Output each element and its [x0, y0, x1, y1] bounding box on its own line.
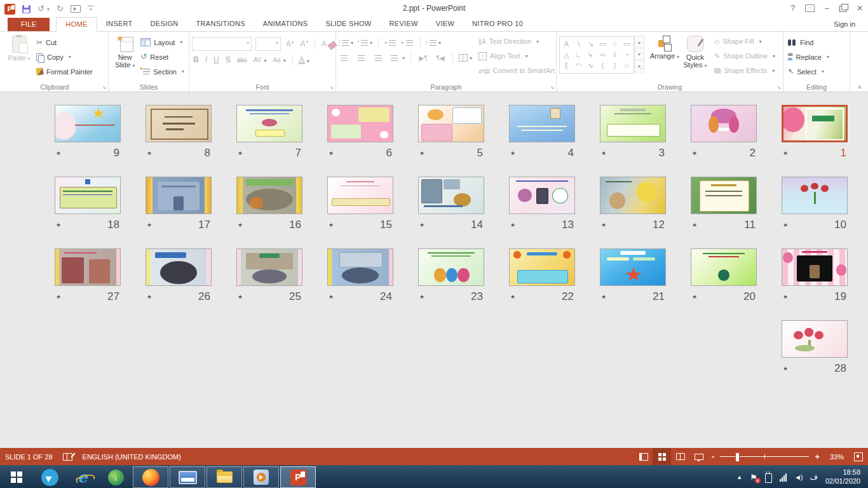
- shape-icon[interactable]: ☆: [624, 62, 630, 69]
- slide-thumbnail[interactable]: [600, 248, 666, 286]
- reset-button[interactable]: ↺Reset: [139, 50, 186, 64]
- shape-icon[interactable]: }: [614, 62, 616, 69]
- slide-thumbnail[interactable]: [327, 248, 393, 286]
- zoom-slider[interactable]: [720, 456, 809, 457]
- justify-button[interactable]: [390, 51, 405, 64]
- slide-thumbnail[interactable]: [418, 248, 484, 286]
- clipboard-dialog-launcher-icon[interactable]: [102, 85, 106, 90]
- clock[interactable]: 18:58 02/01/2020: [825, 468, 860, 486]
- powerpoint-logo-icon[interactable]: P: [4, 4, 15, 15]
- font-color-button[interactable]: A: [298, 55, 311, 64]
- slide-thumbnail[interactable]: [327, 177, 393, 214]
- zoom-slider-thumb[interactable]: [735, 452, 740, 462]
- shape-icon[interactable]: ◠: [576, 62, 582, 69]
- replace-button[interactable]: abacReplace: [786, 50, 831, 64]
- ribbon-display-options-icon[interactable]: ↑: [805, 4, 815, 12]
- slide-thumbnail[interactable]: [600, 105, 666, 142]
- slide-thumbnail[interactable]: [55, 105, 121, 142]
- numbering-button[interactable]: [358, 36, 372, 49]
- slide-thumbnail[interactable]: [509, 248, 575, 286]
- cut-button[interactable]: ✂Cut: [34, 35, 95, 50]
- undo-icon[interactable]: ↺: [37, 4, 44, 13]
- slide-thumbnail[interactable]: [691, 177, 757, 214]
- collapse-ribbon-icon[interactable]: ∧: [857, 84, 862, 90]
- shape-fill-button[interactable]: ◇Shape Fill: [714, 35, 775, 48]
- tab-review[interactable]: REVIEW: [381, 17, 427, 30]
- shape-icon[interactable]: ▭: [623, 41, 630, 48]
- slide-sorter-view-button[interactable]: [653, 448, 671, 465]
- text-shadow-button[interactable]: S: [224, 55, 232, 64]
- save-icon[interactable]: [22, 5, 31, 13]
- sign-in-link[interactable]: Sign in: [834, 18, 855, 31]
- arrange-button[interactable]: Arrange: [649, 34, 680, 61]
- slide-thumbnail[interactable]: [691, 248, 757, 286]
- tab-transitions[interactable]: TRANSITIONS: [187, 17, 254, 30]
- slide-thumbnail[interactable]: [509, 177, 575, 214]
- taskbar-media-player[interactable]: [243, 466, 279, 488]
- left-to-right-button[interactable]: ▶¶: [417, 51, 430, 64]
- shape-icon[interactable]: ∖: [576, 41, 581, 48]
- shape-icon[interactable]: ⇨: [600, 51, 606, 58]
- action-center-flag-icon[interactable]: ⚑✕: [750, 473, 757, 482]
- shape-icon[interactable]: △: [564, 51, 569, 58]
- slide-thumbnail[interactable]: [418, 105, 484, 142]
- align-text-button[interactable]: ↕Align Text: [478, 50, 562, 62]
- taskbar-on-screen-keyboard[interactable]: [170, 466, 205, 488]
- shrink-font-button[interactable]: A▾: [299, 39, 310, 48]
- fit-slide-to-window-icon[interactable]: [854, 452, 863, 461]
- shape-icon[interactable]: ○: [613, 41, 617, 48]
- text-direction-button[interactable]: ∥AText Direction: [478, 35, 562, 48]
- zoom-level[interactable]: 33%: [824, 453, 844, 461]
- drawing-dialog-launcher-icon[interactable]: [776, 85, 781, 90]
- help-icon[interactable]: ?: [791, 4, 796, 13]
- tab-view[interactable]: VIEW: [427, 17, 463, 30]
- tab-insert[interactable]: INSERT: [97, 17, 142, 30]
- character-spacing-button[interactable]: AV: [252, 57, 268, 64]
- tab-nitro-pro-10[interactable]: NITRO PRO 10: [463, 17, 532, 30]
- power-battery-icon[interactable]: [765, 473, 772, 483]
- slide-thumbnail[interactable]: [782, 177, 848, 214]
- taskbar-telegram[interactable]: [33, 465, 66, 488]
- center-button[interactable]: [356, 51, 369, 64]
- taskbar-file-explorer[interactable]: [207, 466, 242, 488]
- format-painter-button[interactable]: Format Painter: [34, 64, 95, 79]
- shape-icon[interactable]: ⇩: [612, 51, 618, 58]
- shape-icon[interactable]: ◔: [625, 51, 629, 58]
- volume-icon[interactable]: ◄): [794, 473, 803, 481]
- shape-icon[interactable]: ↘: [588, 41, 593, 48]
- shapes-gallery[interactable]: A∖↘▭○▭△∟↳⇨⇩◔ξ◠∿{}☆: [559, 36, 634, 74]
- shape-icon[interactable]: ∟: [575, 51, 582, 58]
- start-button[interactable]: [0, 465, 33, 488]
- shapes-scroll-up-icon[interactable]: ▲: [634, 36, 644, 48]
- show-hidden-icons-icon[interactable]: ▲: [736, 474, 742, 480]
- slide-show-button[interactable]: [689, 448, 708, 465]
- font-name-combo[interactable]: [192, 37, 252, 51]
- select-button[interactable]: ↖Select: [786, 64, 831, 79]
- network-signal-icon[interactable]: [780, 473, 787, 482]
- slide-thumbnail[interactable]: [418, 177, 484, 214]
- spell-check-icon[interactable]: [63, 453, 72, 461]
- slide-thumbnail[interactable]: [236, 105, 302, 142]
- zoom-in-button[interactable]: +: [815, 452, 820, 461]
- start-from-beginning-icon[interactable]: [71, 5, 81, 13]
- slide-thumbnail[interactable]: [782, 105, 848, 142]
- taskbar-firefox[interactable]: [133, 466, 168, 488]
- layout-button[interactable]: Layout: [139, 35, 186, 50]
- align-right-button[interactable]: [373, 51, 386, 64]
- shape-effects-button[interactable]: Shape Effects: [714, 64, 775, 77]
- font-dialog-launcher-icon[interactable]: [329, 85, 334, 90]
- find-button[interactable]: Find: [786, 35, 831, 50]
- bold-button[interactable]: B: [192, 55, 200, 64]
- undo-dropdown-arrow-icon[interactable]: ▾: [47, 6, 50, 12]
- align-left-button[interactable]: [339, 51, 351, 64]
- shape-icon[interactable]: A: [564, 41, 569, 48]
- slide-thumbnail[interactable]: [236, 177, 302, 214]
- minimize-icon[interactable]: –: [825, 4, 829, 13]
- columns-button[interactable]: [459, 51, 472, 64]
- normal-view-button[interactable]: [634, 448, 653, 465]
- taskbar-download-manager[interactable]: ↓: [99, 465, 132, 488]
- slide-thumbnail[interactable]: [55, 177, 121, 214]
- slide-thumbnail[interactable]: [600, 177, 666, 214]
- clear-formatting-button[interactable]: A: [320, 39, 337, 48]
- quick-styles-button[interactable]: Quick Styles: [680, 34, 710, 70]
